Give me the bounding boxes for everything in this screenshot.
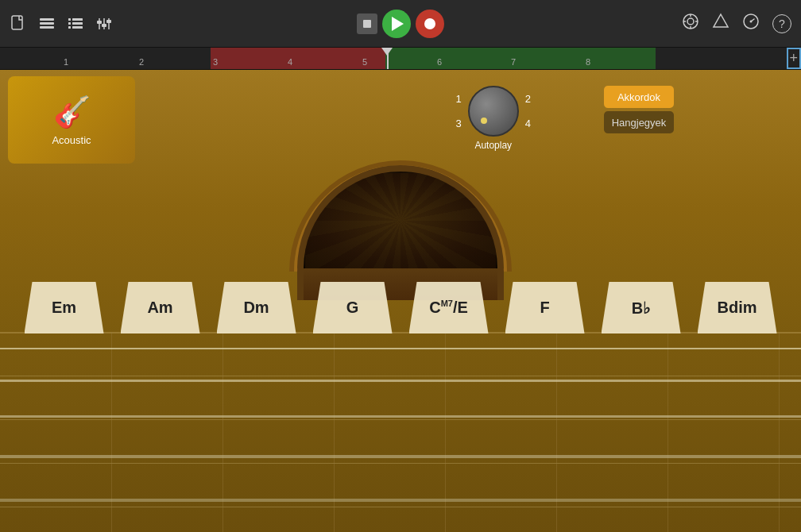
mixer-icon[interactable] xyxy=(95,15,113,33)
chord-label-g: G xyxy=(346,299,359,317)
svg-point-17 xyxy=(687,18,694,25)
svg-marker-22 xyxy=(714,14,728,27)
ruler-numbers: 1 2 3 4 5 6 7 8 xyxy=(0,48,801,69)
chord-button-am[interactable]: Am xyxy=(121,282,200,333)
string-1[interactable] xyxy=(0,348,801,349)
autoplay-num-3: 3 xyxy=(456,118,462,129)
hangjegyek-button[interactable]: Hangjegyek xyxy=(604,111,674,133)
track-name-label: Acoustic xyxy=(52,134,91,146)
tempo-icon[interactable] xyxy=(742,13,760,34)
toolbar-left-icons xyxy=(10,15,113,33)
svg-rect-2 xyxy=(40,22,54,25)
ruler-tick-1: 1 xyxy=(64,57,68,67)
smart-controls-icon[interactable] xyxy=(712,13,729,34)
string-2[interactable] xyxy=(0,380,801,382)
svg-point-24 xyxy=(750,21,753,23)
chord-button-f[interactable]: F xyxy=(505,282,585,333)
svg-rect-5 xyxy=(72,18,83,21)
svg-rect-8 xyxy=(68,26,71,29)
autoplay-panel: 1 3 2 4 Autoplay xyxy=(456,86,531,151)
chord-row: Em Am Dm G CM7/E F B♭ Bdim xyxy=(0,282,801,333)
chord-button-dm[interactable]: Dm xyxy=(217,282,296,333)
region-end-handle[interactable] xyxy=(787,48,801,69)
chord-label-dm: Dm xyxy=(243,299,269,317)
svg-rect-9 xyxy=(72,26,83,29)
chord-button-cm7e[interactable]: CM7/E xyxy=(409,282,489,333)
string-3[interactable] xyxy=(0,415,801,418)
akkordok-button[interactable]: Akkordok xyxy=(604,86,674,108)
ruler-tick-2: 2 xyxy=(139,57,144,67)
record-button[interactable] xyxy=(416,10,444,38)
toolbar-right-icons: ? xyxy=(682,13,791,34)
autoplay-numbers-left: 1 3 xyxy=(456,93,462,129)
chord-label-bdim: Bdim xyxy=(718,299,757,317)
autoplay-num-2: 2 xyxy=(525,93,531,105)
track-tile[interactable]: 🎸 Acoustic xyxy=(8,76,135,164)
autoplay-numbers-right: 2 4 xyxy=(525,93,531,129)
chord-label-em: Em xyxy=(52,299,76,317)
ruler-tick-3: 3 xyxy=(213,57,218,67)
svg-rect-6 xyxy=(68,22,71,25)
toolbar: ? xyxy=(0,0,801,48)
mode-buttons: Akkordok Hangjegyek xyxy=(604,86,674,133)
svg-rect-3 xyxy=(40,26,54,29)
svg-rect-1 xyxy=(40,18,54,21)
svg-rect-15 xyxy=(106,20,111,23)
autoplay-label: Autoplay xyxy=(474,140,512,151)
play-icon xyxy=(392,17,404,31)
soundhole-arch xyxy=(297,165,504,268)
chord-button-bb[interactable]: B♭ xyxy=(602,282,681,333)
ruler-tick-8: 8 xyxy=(586,57,590,67)
autoplay-knob-indicator xyxy=(481,118,487,124)
string-5[interactable] xyxy=(0,499,801,502)
ruler-tick-5: 5 xyxy=(362,57,367,67)
autoplay-num-4: 4 xyxy=(525,118,531,129)
svg-rect-7 xyxy=(72,22,83,25)
new-song-icon[interactable] xyxy=(10,15,27,33)
track-instrument-icon: 🎸 xyxy=(53,94,91,129)
help-icon[interactable]: ? xyxy=(772,14,791,33)
stop-icon xyxy=(363,20,371,28)
guitar-strings xyxy=(0,340,801,532)
chord-button-em[interactable]: Em xyxy=(25,282,104,333)
ruler-tick-7: 7 xyxy=(511,57,516,67)
guitar-soundhole xyxy=(297,165,504,292)
chord-button-g[interactable]: G xyxy=(313,282,393,333)
master-icon[interactable] xyxy=(682,13,699,34)
chord-label-bb: B♭ xyxy=(632,299,650,318)
ruler-tick-6: 6 xyxy=(437,57,442,67)
ruler-tick-4: 4 xyxy=(288,57,292,67)
string-4[interactable] xyxy=(0,455,801,458)
autoplay-num-1: 1 xyxy=(456,93,462,105)
timeline-ruler: 1 2 3 4 5 6 7 8 + xyxy=(0,48,801,70)
guitar-instrument-area: 🎸 Acoustic 1 3 2 4 Autoplay Akkordok Han… xyxy=(0,70,801,532)
chord-label-am: Am xyxy=(147,299,172,317)
svg-rect-4 xyxy=(68,18,71,21)
autoplay-knob[interactable] xyxy=(468,86,519,137)
stop-button[interactable] xyxy=(357,13,377,34)
transport-controls xyxy=(357,10,444,38)
record-icon xyxy=(424,18,435,29)
play-button[interactable] xyxy=(382,10,411,38)
svg-rect-13 xyxy=(102,24,106,27)
list-icon[interactable] xyxy=(67,15,84,33)
svg-rect-11 xyxy=(97,21,102,24)
chord-button-bdim[interactable]: Bdim xyxy=(698,282,777,333)
chord-label-cm7e: CM7/E xyxy=(429,299,468,317)
autoplay-knob-area: 1 3 2 4 xyxy=(456,86,531,137)
svg-rect-0 xyxy=(12,16,22,29)
tracks-icon[interactable] xyxy=(38,15,56,33)
chord-label-f: F xyxy=(540,299,549,317)
